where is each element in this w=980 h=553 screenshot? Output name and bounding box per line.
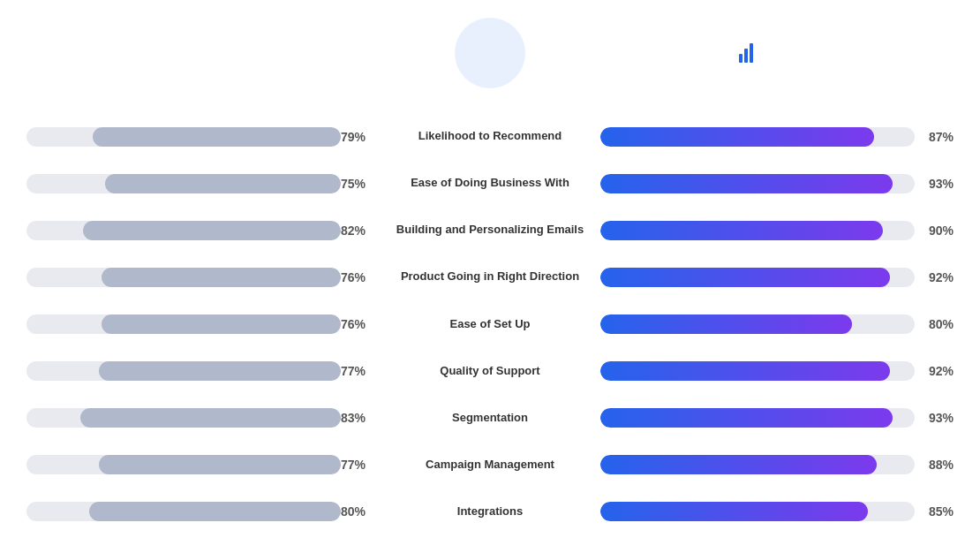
right-bar-track	[600, 502, 915, 521]
bar2	[744, 49, 748, 63]
category-label: Campaign Management	[426, 458, 554, 473]
header-left	[26, 41, 437, 66]
right-bar-track	[600, 408, 915, 428]
left-percentage-label: 76%	[341, 317, 373, 331]
blueshift-bars-icon	[739, 43, 753, 63]
left-bar-row: 82%	[26, 207, 380, 254]
left-bar-track	[26, 268, 341, 287]
center-label-item: Integrations	[457, 489, 523, 535]
right-bar-fill	[600, 502, 868, 521]
center-label-item: Building and Personalizing Emails	[396, 207, 584, 254]
right-bar-fill	[600, 268, 890, 287]
left-bar-fill	[99, 361, 341, 381]
left-bar-track	[26, 314, 341, 334]
center-label-item: Segmentation	[452, 395, 528, 442]
right-bar-track	[600, 174, 915, 193]
category-label: Ease of Set Up	[449, 317, 530, 332]
left-bar-fill	[80, 408, 341, 428]
center-label-item: Quality of Support	[440, 348, 539, 395]
bar3	[750, 43, 753, 63]
right-percentage-label: 80%	[922, 317, 954, 331]
bar1	[739, 54, 743, 63]
right-bar-fill	[600, 314, 852, 334]
left-bar-row: 83%	[26, 395, 380, 442]
center-label-item: Campaign Management	[426, 442, 554, 489]
right-percentage-label: 93%	[922, 411, 954, 425]
right-bar-row: 85%	[600, 489, 954, 535]
category-label: Segmentation	[452, 411, 528, 426]
left-bar-fill	[93, 127, 341, 147]
right-bar-fill	[600, 408, 893, 428]
right-percentage-label: 88%	[922, 458, 954, 472]
right-panel: 87%93%90%92%80%92%93%88%85%	[592, 113, 954, 535]
left-percentage-label: 75%	[341, 177, 373, 191]
center-labels: Likelihood to RecommendEase of Doing Bus…	[388, 113, 592, 535]
left-bar-track	[26, 408, 341, 428]
left-bar-row: 76%	[26, 300, 380, 347]
left-bar-track	[26, 127, 341, 147]
right-percentage-label: 92%	[922, 364, 954, 378]
right-percentage-label: 93%	[922, 177, 954, 191]
right-bar-row: 90%	[600, 207, 954, 254]
left-bar-fill	[105, 174, 341, 193]
right-bar-row: 93%	[600, 160, 954, 207]
right-percentage-label: 87%	[922, 130, 954, 144]
left-bar-track	[26, 221, 341, 240]
right-bar-track	[600, 361, 915, 381]
left-percentage-label: 77%	[341, 458, 373, 472]
left-bar-row: 75%	[26, 160, 380, 207]
right-percentage-label: 90%	[922, 223, 954, 238]
right-bar-fill	[600, 174, 893, 193]
right-bar-row: 80%	[600, 300, 954, 347]
right-bar-row: 92%	[600, 348, 954, 395]
left-bar-fill	[102, 314, 341, 334]
left-panel: 79%75%82%76%76%77%83%77%80%	[26, 113, 388, 535]
right-bar-track	[600, 455, 915, 474]
header-center	[437, 18, 543, 88]
header	[26, 18, 954, 88]
right-percentage-label: 92%	[922, 270, 954, 284]
center-label-item: Product Going in Right Direction	[401, 254, 579, 300]
right-bar-track	[600, 268, 915, 287]
left-bar-fill	[83, 221, 341, 240]
center-label-item: Ease of Doing Business With	[411, 160, 569, 207]
left-bar-row: 79%	[26, 113, 380, 160]
left-percentage-label: 82%	[341, 223, 373, 238]
left-percentage-label: 83%	[341, 411, 373, 425]
right-bar-fill	[600, 455, 877, 474]
category-label: Product Going in Right Direction	[401, 269, 579, 284]
left-bar-fill	[99, 455, 341, 474]
left-percentage-label: 79%	[341, 130, 373, 144]
comparison-content: 79%75%82%76%76%77%83%77%80% Likelihood t…	[26, 113, 954, 535]
right-bar-fill	[600, 361, 890, 381]
left-bar-row: 77%	[26, 348, 380, 395]
left-bar-fill	[102, 268, 341, 287]
header-right	[543, 43, 954, 63]
left-bar-row: 77%	[26, 442, 380, 489]
left-bar-track	[26, 361, 341, 381]
left-bar-track	[26, 174, 341, 193]
center-label-item: Likelihood to Recommend	[418, 113, 562, 160]
left-bar-row: 76%	[26, 254, 380, 300]
blueshift-logo	[739, 43, 758, 63]
right-percentage-label: 85%	[922, 504, 954, 519]
vs-circle	[455, 18, 525, 88]
category-label: Ease of Doing Business With	[411, 176, 569, 191]
category-label: Quality of Support	[440, 364, 539, 379]
left-percentage-label: 80%	[341, 504, 373, 519]
left-bar-track	[26, 455, 341, 474]
right-bar-track	[600, 314, 915, 334]
left-bar-row: 80%	[26, 489, 380, 535]
right-bar-fill	[600, 221, 883, 240]
right-bar-track	[600, 127, 915, 147]
right-bar-row: 87%	[600, 113, 954, 160]
right-bar-row: 92%	[600, 254, 954, 300]
category-label: Integrations	[457, 504, 523, 519]
category-label: Building and Personalizing Emails	[396, 223, 584, 238]
left-percentage-label: 76%	[341, 270, 373, 284]
left-bar-fill	[89, 502, 341, 521]
center-label-item: Ease of Set Up	[449, 300, 530, 347]
left-bar-track	[26, 502, 341, 521]
right-bar-row: 93%	[600, 395, 954, 442]
right-bar-fill	[600, 127, 874, 147]
